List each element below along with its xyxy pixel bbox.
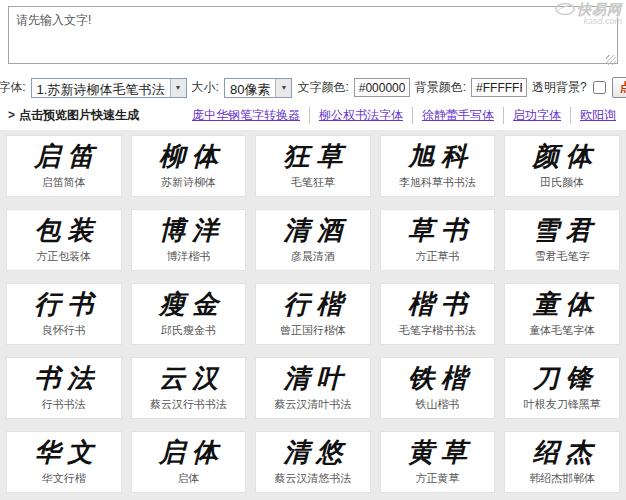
tile-preview-text: 包装 [27, 210, 100, 249]
font-preview-tile[interactable]: 旭科 李旭科草书书法 [380, 135, 496, 197]
text-input[interactable] [8, 6, 618, 64]
font-preview-tile[interactable]: 行楷 曾正国行楷体 [255, 283, 371, 345]
font-preview-tile[interactable]: 博洋 博洋楷书 [131, 209, 247, 271]
tile-preview-text: 行书 [27, 284, 100, 323]
font-preview-tile[interactable]: 行书 良怀行书 [6, 283, 122, 345]
tile-preview-text: 雪君 [526, 210, 599, 249]
font-preview-tile[interactable]: 华文 华文行楷 [6, 431, 122, 493]
tile-preview-text: 童体 [526, 284, 599, 323]
tile-font-name: 蔡云汉清悠书法 [274, 471, 351, 492]
nav-link[interactable]: 欧阳询 [570, 107, 616, 124]
tile-preview-text: 华文 [27, 432, 100, 471]
tile-font-name: 童体毛笔字体 [529, 323, 595, 344]
font-preview-tile[interactable]: 书法 行书书法 [6, 357, 122, 419]
font-preview-tile[interactable]: 刀锋 叶根友刀锋黑草 [504, 357, 620, 419]
tile-font-name: 雪君毛笔字 [535, 249, 590, 270]
tile-font-name: 苏新诗柳体 [161, 175, 216, 196]
font-preview-tile[interactable]: 颜体 田氏颜体 [504, 135, 620, 197]
tile-font-name: 叶根友刀锋黑草 [524, 397, 601, 418]
quick-generate-tip: >点击预览图片快速生成 [8, 107, 139, 124]
tile-preview-text: 清酒 [276, 210, 349, 249]
text-color-input[interactable] [354, 78, 410, 97]
tile-font-name: 良怀行书 [42, 323, 86, 344]
nav-links: 庞中华钢笔字转换器柳公权书法字体徐静蕾手写体启功字体欧阳询 [192, 107, 616, 124]
tile-preview-text: 瘦金 [152, 284, 225, 323]
chevron-down-icon: ▼ [170, 79, 186, 97]
tile-font-name: 田氏颜体 [540, 175, 584, 196]
tile-font-name: 蔡云汉行书书法 [150, 397, 227, 418]
chevron-down-icon: ▼ [275, 79, 291, 97]
tile-font-name: 蔡云汉清叶书法 [274, 397, 351, 418]
font-grid: 启笛 启笛简体 柳体 苏新诗柳体 狂草 毛笔狂草 旭科 李旭科草书书法 颜体 田… [0, 130, 626, 500]
tile-preview-text: 博洋 [152, 210, 225, 249]
font-preview-tile[interactable]: 童体 童体毛笔字体 [504, 283, 620, 345]
tile-font-name: 方正包装体 [36, 249, 91, 270]
font-preview-tile[interactable]: 清叶 蔡云汉清叶书法 [255, 357, 371, 419]
tile-font-name: 韩绍杰邯郸体 [529, 471, 595, 492]
tile-font-name: 启笛简体 [42, 175, 86, 196]
tile-preview-text: 云汉 [152, 358, 225, 397]
font-preview-tile[interactable]: 云汉 蔡云汉行书书法 [131, 357, 247, 419]
font-preview-tile[interactable]: 雪君 雪君毛笔字 [504, 209, 620, 271]
font-select-label: 选择毛笔字体: [0, 79, 26, 96]
tile-preview-text: 柳体 [152, 136, 225, 175]
font-preview-tile[interactable]: 包装 方正包装体 [6, 209, 122, 271]
tile-preview-text: 启笛 [27, 136, 100, 175]
input-section: 选择毛笔字体: 1.苏新诗柳体毛笔书法 ▼ 大小: 80像素 ▼ 文字颜色: 背… [0, 0, 626, 98]
tile-font-name: 邱氏瘦金书 [161, 323, 216, 344]
tile-preview-text: 清悠 [276, 432, 349, 471]
tile-font-name: 方正黄草 [416, 471, 460, 492]
font-preview-tile[interactable]: 清悠 蔡云汉清悠书法 [255, 431, 371, 493]
bg-color-input[interactable] [471, 78, 527, 97]
transparent-bg-label: 透明背景? [532, 79, 587, 96]
font-select[interactable]: 1.苏新诗柳体毛笔书法 ▼ [31, 78, 187, 98]
text-color-label: 文字颜色: [297, 79, 348, 96]
font-preview-tile[interactable]: 狂草 毛笔狂草 [255, 135, 371, 197]
tile-font-name: 毛笔狂草 [291, 175, 335, 196]
convert-button[interactable]: 点击转换 [612, 77, 626, 98]
nav-row: >点击预览图片快速生成 庞中华钢笔字转换器柳公权书法字体徐静蕾手写体启功字体欧阳… [0, 98, 626, 130]
arrow-right-icon: > [8, 108, 15, 122]
tile-preview-text: 狂草 [276, 136, 349, 175]
font-preview-tile[interactable]: 启体 启体 [131, 431, 247, 493]
tile-font-name: 铁山楷书 [416, 397, 460, 418]
tile-font-name: 方正草书 [416, 249, 460, 270]
font-preview-tile[interactable]: 铁楷 铁山楷书 [380, 357, 496, 419]
tile-preview-text: 旭科 [401, 136, 474, 175]
tile-preview-text: 黄草 [401, 432, 474, 471]
transparent-bg-checkbox[interactable] [593, 81, 606, 94]
font-preview-tile[interactable]: 清酒 彦晨清酒 [255, 209, 371, 271]
tile-font-name: 启体 [177, 471, 199, 492]
tile-font-name: 华文行楷 [42, 471, 86, 492]
nav-link[interactable]: 柳公权书法字体 [309, 107, 403, 124]
nav-link[interactable]: 徐静蕾手写体 [412, 107, 494, 124]
size-select[interactable]: 80像素 ▼ [224, 78, 292, 98]
tile-preview-text: 绍杰 [526, 432, 599, 471]
tile-preview-text: 刀锋 [526, 358, 599, 397]
nav-link[interactable]: 启功字体 [503, 107, 561, 124]
nav-link[interactable]: 庞中华钢笔字转换器 [192, 107, 300, 124]
bg-color-label: 背景颜色: [415, 79, 466, 96]
tile-preview-text: 楷书 [401, 284, 474, 323]
font-preview-tile[interactable]: 楷书 毛笔字楷书书法 [380, 283, 496, 345]
size-label: 大小: [192, 79, 219, 96]
tile-font-name: 博洋楷书 [166, 249, 210, 270]
tile-preview-text: 启体 [152, 432, 225, 471]
tile-font-name: 曾正国行楷体 [280, 323, 346, 344]
size-select-value: 80像素 [225, 79, 275, 97]
font-select-value: 1.苏新诗柳体毛笔书法 [32, 79, 170, 97]
tile-preview-text: 书法 [27, 358, 100, 397]
font-preview-tile[interactable]: 启笛 启笛简体 [6, 135, 122, 197]
font-preview-tile[interactable]: 柳体 苏新诗柳体 [131, 135, 247, 197]
tile-font-name: 毛笔字楷书书法 [399, 323, 476, 344]
tile-preview-text: 清叶 [276, 358, 349, 397]
tile-preview-text: 颜体 [526, 136, 599, 175]
tile-preview-text: 行楷 [276, 284, 349, 323]
quick-generate-tip-text: 点击预览图片快速生成 [19, 108, 139, 122]
tile-font-name: 行书书法 [42, 397, 86, 418]
font-preview-tile[interactable]: 瘦金 邱氏瘦金书 [131, 283, 247, 345]
font-preview-tile[interactable]: 草书 方正草书 [380, 209, 496, 271]
tile-font-name: 李旭科草书书法 [399, 175, 476, 196]
font-preview-tile[interactable]: 黄草 方正黄草 [380, 431, 496, 493]
font-preview-tile[interactable]: 绍杰 韩绍杰邯郸体 [504, 431, 620, 493]
